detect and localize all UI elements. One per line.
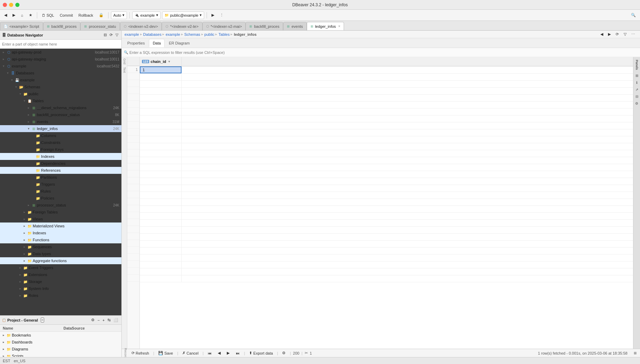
- project-link-button[interactable]: ⇆: [106, 317, 112, 323]
- refresh-button[interactable]: ⟳ Refresh: [129, 350, 151, 356]
- tree-item-bookmarks[interactable]: 📁 Bookmarks: [0, 332, 121, 339]
- status-extra-btn[interactable]: ⊞: [632, 350, 638, 356]
- tab-processor[interactable]: ⊞ processor_statu: [80, 22, 120, 30]
- tree-item-schemas[interactable]: 📂 Schemas: [0, 83, 121, 90]
- grid-label[interactable]: Grid: [122, 57, 127, 66]
- tree-item-scripts[interactable]: 📁 Scripts: [0, 353, 121, 357]
- tree-item-tables[interactable]: 📋 Tables: [0, 97, 121, 104]
- tab-backfill2[interactable]: ⊞ backfill_proces: [246, 22, 283, 30]
- tab-er-diagram[interactable]: ER Diagram: [165, 39, 193, 47]
- schema-dropdown[interactable]: 📁 public@example: [162, 11, 205, 19]
- col-header-chain-id[interactable]: 123 chain_id ▾: [140, 57, 182, 66]
- tree-item-sequences[interactable]: 📁 Sequences: [0, 243, 121, 250]
- tree-item-functions[interactable]: 📁 Functions: [0, 236, 121, 243]
- tree-item-aggregate-functions[interactable]: 📁 Aggregate functions: [0, 257, 121, 264]
- tree-item-views[interactable]: 📁 Views: [0, 216, 121, 223]
- tab-indexer-dev[interactable]: ⬡ <indexer-v2-dev>: [120, 22, 162, 30]
- project-add-button[interactable]: +: [102, 317, 106, 323]
- commit-button[interactable]: Commit: [58, 11, 75, 19]
- tab-indexer-te[interactable]: ⬡ *<indexer-v2-te>: [162, 22, 202, 30]
- first-row-btn[interactable]: ⏮: [206, 350, 214, 356]
- export-button[interactable]: ⬆ Export data: [247, 350, 275, 356]
- breadcrumb-refresh-btn[interactable]: ⟳: [614, 31, 621, 38]
- tree-item-storage[interactable]: 📁 Storage: [0, 278, 121, 285]
- sidebar-properties-btn[interactable]: ⊞: [634, 73, 640, 78]
- tab-data[interactable]: Data: [149, 39, 165, 47]
- sidebar-info-btn[interactable]: ℹ: [634, 80, 640, 85]
- nav-arrow-left[interactable]: ◀: [598, 31, 605, 38]
- tab-events[interactable]: ⊞ events: [283, 22, 306, 30]
- breadcrumb-databases[interactable]: Databases: [143, 32, 162, 37]
- tree-item-foreign-keys[interactable]: 📁 Foreign Keys: [0, 146, 121, 153]
- sidebar-er-btn[interactable]: ⊟: [634, 94, 640, 99]
- tree-item-extensions[interactable]: 📁 Extensions: [0, 271, 121, 278]
- extra-label[interactable]: [122, 74, 127, 77]
- close-project-button[interactable]: ×: [41, 317, 44, 323]
- tree-item-foreign-tables[interactable]: 📁 Foreign Tables: [0, 209, 121, 216]
- filter-input[interactable]: [129, 49, 638, 56]
- tree-item-api-gateway-staging[interactable]: ⬡ api-gateway-staging localhost:10011: [0, 56, 121, 63]
- tab-ledger-infos[interactable]: ⊞ ledger_infos ×: [307, 22, 344, 30]
- tree-item-dashboards[interactable]: 📁 Dashboards: [0, 339, 121, 346]
- tree-item-system-info[interactable]: 📁 System Info: [0, 285, 121, 292]
- filter-button[interactable]: ▽: [114, 32, 119, 38]
- tab-script[interactable]: 📄 <example> Script: [0, 22, 43, 30]
- tree-item-example[interactable]: ⬡ example localhost:5432: [0, 63, 121, 70]
- maximize-button[interactable]: [15, 3, 19, 7]
- tree-item-processor-status[interactable]: ⊞ processor_status 24K: [0, 202, 121, 209]
- tree-item-indexes[interactable]: 📁 Indexes: [0, 153, 121, 160]
- lock-button[interactable]: 🔒: [97, 11, 106, 19]
- cancel-button[interactable]: ✗ Cancel: [180, 350, 200, 356]
- cell-1-chain-id[interactable]: 1: [140, 66, 182, 73]
- tree-item-events[interactable]: ⊞ events 31M: [0, 118, 121, 125]
- global-search-button[interactable]: 🔍: [629, 11, 638, 19]
- nav-bookmark-button[interactable]: ★: [27, 11, 34, 19]
- sync-button[interactable]: ⟳: [109, 32, 114, 38]
- tree-item-columns[interactable]: 📁 Columns: [0, 132, 121, 139]
- tab-indexer-mai[interactable]: ⬡ *<indexer-v2-mai>: [202, 22, 246, 30]
- text-label[interactable]: Text: [122, 66, 127, 74]
- nav-back-button[interactable]: ◀: [2, 11, 9, 19]
- example-dropdown[interactable]: 🔌 example: [132, 11, 161, 19]
- tree-item-references[interactable]: 📁 References: [0, 167, 121, 174]
- tree-item-example-db[interactable]: 💾 example: [0, 76, 121, 83]
- breadcrumb-schemas[interactable]: Schemas: [184, 32, 200, 37]
- tree-item-schema-indexes[interactable]: 📁 Indexes: [0, 229, 121, 236]
- breadcrumb-public[interactable]: public: [205, 32, 215, 37]
- run-button[interactable]: ▶: [209, 11, 216, 19]
- breadcrumb-example[interactable]: example: [125, 32, 139, 37]
- breadcrumb-filter-btn[interactable]: ▽: [622, 31, 629, 38]
- tree-item-roles[interactable]: 📁 Roles: [0, 292, 121, 299]
- tree-item-ledger-infos[interactable]: ⊞ ledger_infos 24K: [0, 125, 121, 132]
- collapse-all-button[interactable]: ⊟: [103, 32, 108, 38]
- more-button[interactable]: ⋮: [218, 11, 226, 19]
- project-settings-button[interactable]: ⚙: [90, 317, 96, 323]
- last-row-btn[interactable]: ⏭: [234, 350, 242, 356]
- breadcrumb-example2[interactable]: example: [166, 32, 180, 37]
- tree-item-dependencies[interactable]: 📁 Dependencies: [0, 160, 121, 167]
- sidebar-ref-btn[interactable]: ⇗: [634, 87, 640, 92]
- tree-item-materialized-views[interactable]: 📁 Materialized Views: [0, 223, 121, 229]
- save-button[interactable]: 💾 Save: [156, 350, 175, 356]
- tree-item-diesel[interactable]: ⊞ __diesel_schema_migrations 24K: [0, 104, 121, 111]
- data-grid[interactable]: 123 chain_id ▾ 1: [140, 57, 633, 349]
- settings-button[interactable]: ⚙: [280, 350, 288, 356]
- navigator-search-input[interactable]: [2, 42, 119, 46]
- minimize-button[interactable]: [9, 3, 13, 7]
- tree-item-public[interactable]: 📁 public: [0, 90, 121, 97]
- tab-backfill1[interactable]: ⊞ backfill_proces: [43, 22, 81, 30]
- tab-properties[interactable]: Properties: [124, 39, 148, 47]
- nav-home-button[interactable]: ⌂: [19, 11, 25, 19]
- tree-item-api-gateway-prod[interactable]: ⬡ api-gateway-prod localhost:10017: [0, 49, 121, 56]
- auto-dropdown[interactable]: Auto: [111, 11, 127, 19]
- tree-item-databases[interactable]: 🗄 Databases: [0, 70, 121, 76]
- rollback-button[interactable]: Rollback: [77, 11, 95, 19]
- nav-forward-button[interactable]: ▶: [10, 11, 17, 19]
- tree-item-partitions[interactable]: 📁 Partitions: [0, 174, 121, 181]
- tree-item-constraints[interactable]: 📁 Constraints: [0, 139, 121, 146]
- tree-item-diagrams[interactable]: 📁 Diagrams: [0, 346, 121, 353]
- prev-row-btn[interactable]: ◀: [216, 350, 223, 356]
- tree-item-triggers[interactable]: 📁 Triggers: [0, 181, 121, 188]
- tree-item-data-types[interactable]: 📁 Data types: [0, 250, 121, 257]
- next-row-btn[interactable]: ▶: [225, 350, 232, 356]
